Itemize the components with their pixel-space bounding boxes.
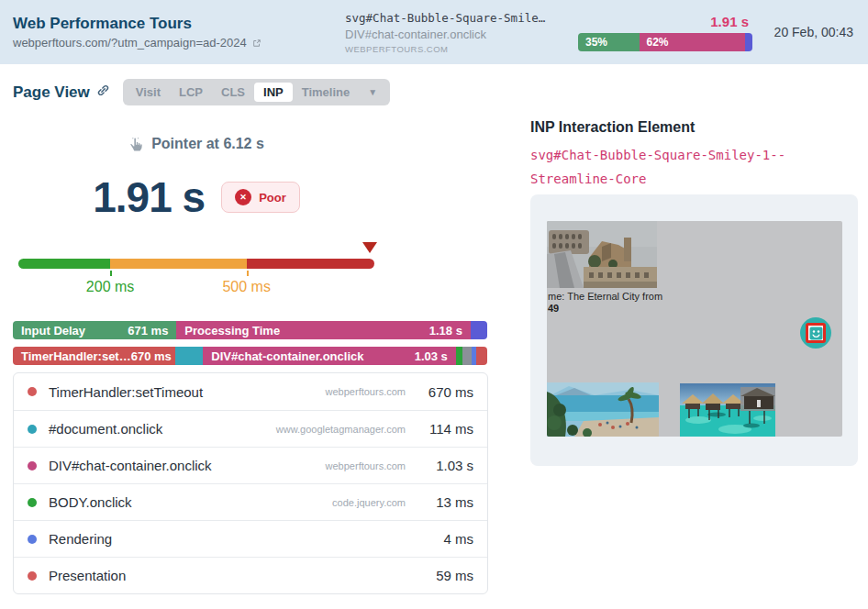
threshold-scale: 200 ms 500 ms <box>18 259 374 269</box>
screenshot-caption: me: The Eternal City from 49 <box>548 291 662 315</box>
scale-needs-improvement-segment <box>110 259 247 269</box>
script-segment-other[interactable] <box>462 347 472 365</box>
caption-line-1: me: The Eternal City from <box>548 291 662 303</box>
cross-circle-icon: ✕ <box>235 189 251 205</box>
rome-photo <box>547 221 657 288</box>
legend-dot <box>28 535 37 544</box>
row-value: 4 ms <box>406 531 473 547</box>
scale-good-segment <box>18 259 110 269</box>
interaction-type: Pointer at 6.12 s <box>18 136 374 152</box>
interaction-element-summary: svg#Chat-Bubble-Square-Smile… DIV#chat-c… <box>345 11 567 54</box>
row-name: BODY.onclick <box>49 494 132 510</box>
caption-line-2: 49 <box>548 303 662 315</box>
element-screenshot: me: The Eternal City from 49 <box>547 221 842 437</box>
script-segment-body-onclick[interactable] <box>456 347 462 365</box>
element-domain-text: WEBPERFTOURS.COM <box>345 44 567 54</box>
value-marker-icon <box>362 242 377 253</box>
site-url[interactable]: webperftours.com/?utm_campaign=ad-2024 <box>13 36 345 50</box>
segment-value: 670 ms <box>131 349 172 363</box>
table-row[interactable]: TimerHandler:setTimeout webperftours.com… <box>14 373 487 410</box>
chat-bubble-smiley-icon <box>800 317 831 349</box>
header-bar-segment <box>745 33 752 51</box>
segment-label: DIV#chat-container.onclick <box>211 349 363 363</box>
legend-dot <box>28 498 37 507</box>
row-name: #document.onclick <box>49 421 162 437</box>
rating-label: Poor <box>259 191 286 205</box>
header-inp-value: 1.91 s <box>578 14 752 29</box>
row-value: 13 ms <box>406 494 473 510</box>
script-segment-presentation[interactable] <box>476 347 487 365</box>
script-segment-document-onclick[interactable] <box>175 347 203 365</box>
row-name: Presentation <box>49 568 126 583</box>
phase-bar: Input Delay 671 ms Processing Time 1.18 … <box>13 321 487 339</box>
segment-label: Input Delay <box>21 324 85 338</box>
row-name: TimerHandler:setTimeout <box>49 384 203 400</box>
page-header: Web Performance Tours webperftours.com/?… <box>0 0 868 64</box>
beach-photo <box>547 382 659 437</box>
pointer-icon <box>128 137 144 152</box>
timestamp: 20 Feb, 00:43 <box>774 25 853 39</box>
tab-cls[interactable]: CLS <box>212 83 254 102</box>
table-row[interactable]: #document.onclick www.googletagmanager.c… <box>14 410 487 447</box>
good-threshold-label: 200 ms <box>86 279 134 295</box>
external-link-icon[interactable] <box>251 38 262 49</box>
link-icon[interactable] <box>96 83 110 102</box>
table-row[interactable]: Presentation 59 ms <box>14 557 487 593</box>
site-url-text: webperftours.com/?utm_campaign=ad-2024 <box>13 36 247 50</box>
element-screenshot-card: me: The Eternal City from 49 <box>530 194 858 466</box>
breakdown-table: TimerHandler:setTimeout webperftours.com… <box>13 372 488 594</box>
tab-inp[interactable]: INP <box>254 83 293 102</box>
segment-label: Processing Time <box>184 324 280 338</box>
segment-value: 1.18 s <box>429 324 462 338</box>
element-handler-text: DIV#chat-container.onclick <box>345 28 567 41</box>
good-threshold-tick <box>110 271 112 276</box>
phase-segment-processing-time[interactable]: Processing Time 1.18 s <box>176 321 471 339</box>
tab-lcp[interactable]: LCP <box>170 83 212 102</box>
tab-visit[interactable]: Visit <box>127 83 170 102</box>
script-segment-timerhandler[interactable]: TimerHandler:set… 670 ms <box>13 347 175 365</box>
site-title: Web Performance Tours <box>13 15 345 33</box>
scale-poor-segment <box>247 259 374 269</box>
threshold-scale-bar <box>18 259 374 269</box>
inp-detail-section: Page View Visit LCP CLS INP Timeline <box>13 79 488 594</box>
page-view-label: Page View <box>13 83 90 102</box>
header-inp-bar: 35% 62% <box>578 33 752 51</box>
app-window: Web Performance Tours webperftours.com/?… <box>0 0 868 609</box>
view-tabs: Visit LCP CLS INP Timeline ▼ <box>123 79 390 105</box>
element-selector-text: svg#Chat-Bubble-Square-Smile… <box>345 11 567 25</box>
phase-segment-input-delay[interactable]: Input Delay 671 ms <box>13 321 176 339</box>
script-segment-chat-container[interactable]: DIV#chat-container.onclick 1.03 s <box>203 347 456 365</box>
page-view-heading: Page View <box>13 83 110 102</box>
table-row[interactable]: DIV#chat-container.onclick webperftours.… <box>14 447 487 483</box>
row-domain: webperftours.com <box>326 460 406 471</box>
row-value: 114 ms <box>406 421 473 437</box>
header-bar-segment: 62% <box>640 33 746 51</box>
tab-timeline[interactable]: Timeline <box>293 83 360 102</box>
phase-segment-presentation-delay[interactable] <box>471 321 487 339</box>
site-info: Web Performance Tours webperftours.com/?… <box>13 15 345 50</box>
row-value: 59 ms <box>406 568 473 583</box>
rating-badge: ✕ Poor <box>221 182 300 213</box>
row-domain: webperftours.com <box>326 386 406 397</box>
row-domain: code.jquery.com <box>332 497 406 508</box>
legend-dot <box>28 461 37 471</box>
legend-dot <box>28 571 37 581</box>
inp-value: 1.91 s <box>93 172 205 222</box>
metric-row: 1.91 s ✕ Poor <box>18 172 374 222</box>
table-row[interactable]: BODY.onclick code.jquery.com 13 ms <box>14 483 487 520</box>
table-row[interactable]: Rendering 4 ms <box>14 520 487 557</box>
row-name: Rendering <box>49 531 112 547</box>
toolbar: Page View Visit LCP CLS INP Timeline <box>13 79 488 105</box>
header-inp-metric: 1.91 s 35% 62% <box>578 14 752 51</box>
legend-dot <box>28 387 37 396</box>
inp-element-panel: INP Interaction Element svg#Chat-Bubble-… <box>530 79 858 594</box>
segment-value: 671 ms <box>128 324 168 338</box>
poor-threshold-tick <box>247 271 249 276</box>
segment-label: TimerHandler:set… <box>21 349 131 363</box>
poor-threshold-label: 500 ms <box>222 279 270 295</box>
segment-value: 1.03 s <box>415 349 448 363</box>
row-value: 670 ms <box>406 384 473 400</box>
element-selector: svg#Chat-Bubble-Square-Smiley-1--Streaml… <box>530 143 858 191</box>
row-domain: www.googletagmanager.com <box>276 424 406 435</box>
chevron-down-icon[interactable]: ▼ <box>359 87 386 97</box>
